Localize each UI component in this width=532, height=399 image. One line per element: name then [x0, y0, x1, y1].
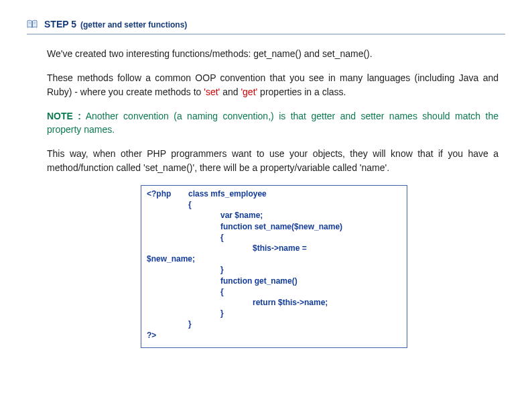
- step-header: STEP 5 (getter and setter functions): [27, 19, 505, 30]
- code-brace-close: }: [220, 264, 401, 275]
- paragraph-4: This way, when other PHP programmers wan…: [47, 147, 498, 174]
- body-content: We've created two interesting functions/…: [27, 47, 505, 348]
- p1-text: We've created two interesting functions/…: [47, 48, 373, 59]
- page: STEP 5 (getter and setter functions) We'…: [0, 0, 532, 361]
- code-brace-open: {: [188, 199, 401, 210]
- paragraph-1: We've created two interesting functions/…: [47, 47, 498, 60]
- code-fn-set: function set_name($new_name): [220, 221, 401, 232]
- book-icon: [27, 19, 38, 29]
- step-subtitle: (getter and setter functions): [80, 20, 187, 30]
- code-brace2: {: [220, 232, 401, 243]
- paragraph-3: NOTE : Another convention (a naming conv…: [47, 109, 498, 137]
- p2-get: 'get': [241, 87, 257, 97]
- code-brace-outer-close: }: [188, 319, 192, 329]
- step-title: STEP 5 (getter and setter functions): [44, 19, 187, 30]
- p2-set: 'set': [204, 87, 220, 97]
- p3-rest: Another convention (a naming convention,…: [47, 111, 498, 135]
- code-brace3: {: [220, 286, 401, 297]
- divider: [27, 34, 505, 35]
- p2-and: and: [220, 87, 241, 97]
- code-fn-get: function get_name(): [220, 276, 401, 286]
- p2-b: properties in a class.: [257, 87, 346, 97]
- code-this-assign: $this->name =: [253, 243, 401, 253]
- code-var: var $name;: [220, 210, 401, 221]
- code-class: class mfs_employee: [188, 188, 401, 199]
- code-newname: $new_name;: [147, 253, 401, 264]
- code-brace-close2: }: [220, 308, 401, 319]
- p3-note: NOTE :: [47, 111, 81, 121]
- paragraph-2: These methods follow a common OOP conven…: [47, 71, 498, 99]
- p4-text: This way, when other PHP programmers wan…: [47, 148, 498, 172]
- code-open: <?php: [147, 188, 188, 210]
- code-block: <?php class mfs_employee { var $name; fu…: [141, 185, 407, 348]
- code-return: return $this->name;: [253, 297, 401, 308]
- code-close: ?>: [147, 330, 401, 341]
- step-label: STEP 5: [44, 19, 76, 30]
